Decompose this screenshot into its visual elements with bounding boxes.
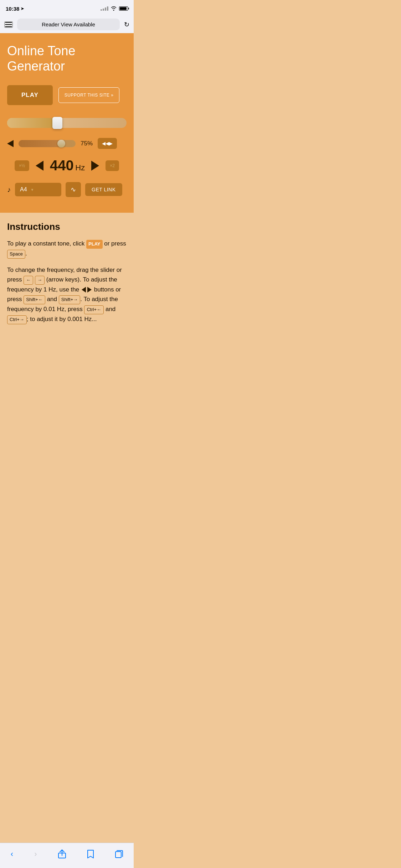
instructions-text-1b: or press	[103, 240, 126, 247]
frequency-controls: ×½ 440 Hz ×2	[7, 157, 127, 174]
waveform-button[interactable]: ∿	[66, 182, 81, 197]
instructions-text-2d: and	[45, 296, 59, 303]
instructions-paragraph-2: To change the frequency, drag the slider…	[7, 265, 127, 324]
ctrl-right-key: Ctrl+→	[7, 315, 27, 324]
instructions-text-2g: ; to adjust it by 0.001 Hz...	[27, 316, 97, 322]
decrease-frequency-button[interactable]	[34, 159, 45, 172]
status-icons	[101, 6, 128, 12]
frequency-unit: Hz	[75, 163, 85, 172]
wifi-icon	[110, 6, 117, 12]
instructions-text-1c: .	[25, 250, 27, 257]
note-value: A4	[20, 186, 27, 193]
volume-slider-fill	[19, 140, 61, 147]
volume-percent: 75%	[81, 140, 93, 147]
frequency-slider-track	[7, 118, 127, 128]
play-button[interactable]: PLAY	[7, 85, 53, 105]
browser-bar: Reader View Available ↻	[0, 16, 134, 33]
location-arrow-icon: ➤	[21, 6, 24, 11]
get-link-button[interactable]: GET LINK	[85, 183, 122, 196]
page-title: Online Tone Generator	[7, 43, 127, 74]
music-note-icon: ♪	[7, 186, 11, 194]
instructions-section: Instructions To play a constant tone, cl…	[0, 213, 134, 365]
space-key-badge: Space	[7, 250, 25, 259]
status-bar: 10:38 ➤	[0, 0, 134, 16]
url-text: Reader View Available	[42, 21, 95, 27]
instructions-text-1a: To play a constant tone, click	[7, 240, 86, 247]
battery-icon	[119, 6, 128, 11]
frequency-slider-thumb[interactable]	[52, 117, 62, 129]
frequency-value: 440	[50, 157, 74, 173]
small-right-arrow-icon	[87, 287, 92, 293]
note-row: ♪ A4 ▼ ∿ GET LINK	[7, 182, 127, 197]
instructions-paragraph-1: To play a constant tone, click PLAY or p…	[7, 239, 127, 259]
speaker-icon: ◀◀▶	[102, 141, 113, 146]
increase-frequency-button[interactable]	[90, 159, 101, 172]
shift-right-key: Shift+→	[59, 295, 81, 304]
half-frequency-button[interactable]: ×½	[15, 160, 29, 171]
instructions-text-2f: and	[104, 306, 115, 312]
support-button[interactable]: SUPPORT THIS SITE »	[58, 87, 120, 103]
volume-icon	[7, 140, 14, 147]
time-display: 10:38	[6, 6, 19, 12]
ctrl-left-key: Ctrl+←	[84, 305, 104, 314]
dropdown-arrow-icon: ▼	[31, 188, 34, 192]
left-arrow-icon	[36, 161, 43, 171]
frequency-display: 440 Hz	[50, 157, 85, 174]
instructions-title: Instructions	[7, 221, 127, 232]
signal-icon	[101, 6, 108, 11]
sine-wave-icon: ∿	[71, 186, 76, 193]
frequency-slider-fill	[7, 118, 57, 128]
reload-button[interactable]: ↻	[124, 21, 129, 29]
main-content: Online Tone Generator PLAY SUPPORT THIS …	[0, 33, 134, 213]
play-badge: PLAY	[86, 240, 102, 249]
speaker-button[interactable]: ◀◀▶	[98, 138, 117, 149]
volume-row: 75% ◀◀▶	[7, 138, 127, 149]
volume-slider-thumb[interactable]	[57, 140, 65, 148]
right-arrow-key: →	[35, 276, 45, 285]
volume-slider-track	[19, 140, 76, 147]
left-arrow-key: ←	[24, 276, 33, 285]
status-time: 10:38 ➤	[6, 6, 24, 12]
frequency-slider-container	[7, 118, 127, 128]
buttons-row: PLAY SUPPORT THIS SITE »	[7, 85, 127, 105]
small-left-arrow-icon	[82, 287, 86, 293]
note-select-button[interactable]: A4 ▼	[15, 183, 61, 196]
menu-button[interactable]	[4, 21, 13, 28]
shift-left-key: Shift+←	[24, 295, 45, 304]
double-frequency-button[interactable]: ×2	[106, 160, 119, 171]
right-arrow-icon	[91, 161, 99, 171]
url-bar[interactable]: Reader View Available	[17, 19, 120, 30]
